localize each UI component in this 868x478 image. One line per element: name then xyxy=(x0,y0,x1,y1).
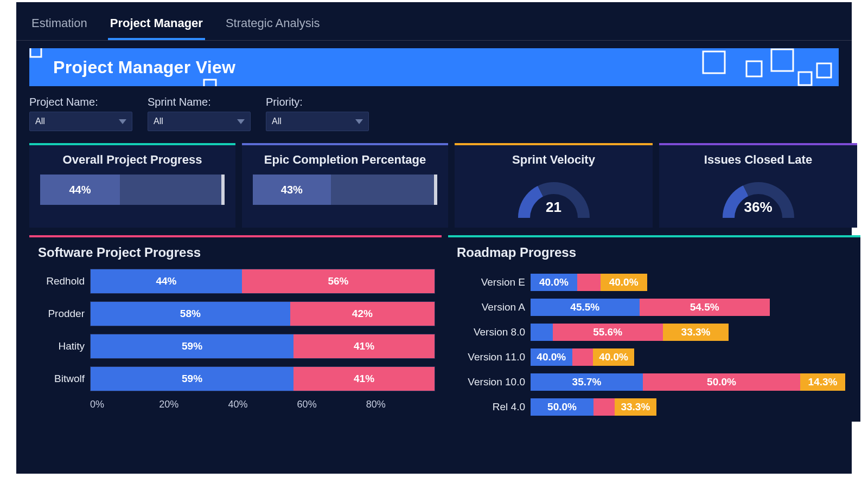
bar-segment-red: 41% xyxy=(293,367,435,391)
roadmap-row: Version 10.035.7%50.0%14.3% xyxy=(455,372,854,392)
roadmap-row: Version A45.5%54.5% xyxy=(455,297,854,318)
kpi-title: Epic Completion Percentage xyxy=(253,153,437,167)
bar-segment-red: 42% xyxy=(290,302,435,326)
svg-rect-4 xyxy=(771,49,793,71)
svg-rect-5 xyxy=(799,72,812,85)
bar-segment-blue: 58% xyxy=(91,302,290,326)
chevron-down-icon xyxy=(237,119,245,124)
bar-segment-blue xyxy=(531,324,553,341)
tab-estimation[interactable]: Estimation xyxy=(29,12,90,40)
banner-decoration-icon xyxy=(203,76,233,86)
bar-segment-red: 41% xyxy=(293,334,435,358)
banner-decoration-icon xyxy=(698,48,839,86)
bar-segment-red xyxy=(572,348,593,366)
bar-segment-blue: 44% xyxy=(91,269,242,293)
x-tick: 20% xyxy=(159,399,228,410)
roadmap-row: Version 11.040.0%40.0% xyxy=(455,347,854,367)
kpi-title: Issues Closed Late xyxy=(670,153,846,167)
row-label: Prodder xyxy=(36,308,85,320)
filter-project: Project Name: All xyxy=(29,96,132,131)
filter-label: Sprint Name: xyxy=(148,96,251,108)
stacked-bar: 50.0%33.3% xyxy=(531,398,656,416)
roadmap-row: Version E40.0%40.0% xyxy=(455,272,854,293)
bar-segment-red: 56% xyxy=(242,269,435,293)
bar-segment-yellow: 33.3% xyxy=(663,324,729,341)
bar-segment-red xyxy=(577,274,601,291)
filter-label: Project Name: xyxy=(29,96,132,108)
bar-segment-yellow: 14.3% xyxy=(800,373,845,391)
sprint-select[interactable]: All xyxy=(148,112,251,131)
progress-value: 43% xyxy=(253,175,331,205)
bar-segment-blue: 59% xyxy=(91,367,293,391)
tab-strategic-analysis[interactable]: Strategic Analysis xyxy=(224,12,322,40)
page-title: Project Manager View xyxy=(53,57,235,77)
roadmap-row: Rel 4.050.0%33.3% xyxy=(455,397,854,417)
stacked-bar: 40.0%40.0% xyxy=(531,348,634,366)
svg-rect-1 xyxy=(204,80,216,86)
gauge-value: 21 xyxy=(465,199,642,216)
bar-segment-yellow: 40.0% xyxy=(593,348,635,366)
x-tick: 40% xyxy=(228,399,297,410)
bar-segment-blue: 40.0% xyxy=(531,274,577,291)
filter-label: Priority: xyxy=(266,96,369,108)
kpi-overall-progress: Overall Project Progress 44% xyxy=(29,143,235,228)
bar-segment-blue: 45.5% xyxy=(531,299,640,316)
svg-rect-0 xyxy=(30,48,41,57)
row-label: Version A xyxy=(455,301,525,313)
bar-row: Hatity59%41% xyxy=(36,334,435,359)
tab-project-manager[interactable]: Project Manager xyxy=(108,12,205,40)
kpi-issues-late: Issues Closed Late 36% xyxy=(659,143,857,228)
kpi-sprint-velocity: Sprint Velocity 21 xyxy=(455,143,653,228)
row-label: Version E xyxy=(455,276,525,288)
svg-rect-2 xyxy=(703,51,725,73)
chevron-down-icon xyxy=(355,119,363,124)
bar-segment-blue: 59% xyxy=(91,334,293,358)
section-title: Software Project Progress xyxy=(38,245,435,260)
row-label: Hatity xyxy=(36,340,85,352)
stacked-bar: 44%56% xyxy=(90,269,435,294)
x-tick: 60% xyxy=(297,399,366,410)
row-label: Redhold xyxy=(36,275,85,287)
row-label: Bitwolf xyxy=(36,373,85,385)
project-select[interactable]: All xyxy=(29,112,132,131)
stacked-bar: 35.7%50.0%14.3% xyxy=(531,373,845,391)
progress-value: 44% xyxy=(40,175,120,205)
select-value: All xyxy=(272,117,282,126)
progress-bar: 43% xyxy=(253,175,437,205)
bar-segment-blue: 35.7% xyxy=(531,373,643,391)
x-tick: 0% xyxy=(90,399,159,410)
priority-select[interactable]: All xyxy=(266,112,369,131)
bar-row: Prodder58%42% xyxy=(36,301,435,326)
progress-bar: 44% xyxy=(40,175,225,205)
x-tick: 80% xyxy=(366,399,435,410)
banner: Project Manager View xyxy=(29,48,839,86)
filter-bar: Project Name: All Sprint Name: All Prior… xyxy=(16,86,852,131)
bar-row: Bitwolf59%41% xyxy=(36,366,435,391)
svg-rect-3 xyxy=(746,61,762,76)
bar-row: Redhold44%56% xyxy=(36,269,435,294)
stacked-bar: 59%41% xyxy=(90,334,435,359)
stacked-bar: 58%42% xyxy=(90,301,435,326)
kpi-epic-completion: Epic Completion Percentage 43% xyxy=(242,143,448,228)
row-label: Version 10.0 xyxy=(455,376,525,388)
svg-rect-6 xyxy=(817,63,831,77)
roadmap-row: Version 8.055.6%33.3% xyxy=(455,322,854,343)
filter-priority: Priority: All xyxy=(266,96,369,131)
bar-segment-yellow: 33.3% xyxy=(615,398,656,416)
chevron-down-icon xyxy=(119,119,126,124)
x-axis: 0%20%40%60%80% xyxy=(90,399,435,410)
bar-segment-red: 54.5% xyxy=(640,299,770,316)
bar-segment-yellow: 40.0% xyxy=(601,274,647,291)
bar-segment-red: 50.0% xyxy=(643,373,800,391)
kpi-title: Sprint Velocity xyxy=(465,153,642,167)
section-title: Roadmap Progress xyxy=(457,245,854,260)
bar-segment-red: 55.6% xyxy=(553,324,663,341)
select-value: All xyxy=(154,117,163,126)
kpi-title: Overall Project Progress xyxy=(40,153,225,167)
stacked-bar: 40.0%40.0% xyxy=(531,274,647,291)
select-value: All xyxy=(35,117,45,126)
bar-segment-red xyxy=(593,398,615,416)
gauge-value: 36% xyxy=(670,199,846,216)
roadmap-progress-panel: Roadmap Progress Version E40.0%40.0%Vers… xyxy=(448,235,860,422)
stacked-bar: 55.6%33.3% xyxy=(531,324,729,341)
